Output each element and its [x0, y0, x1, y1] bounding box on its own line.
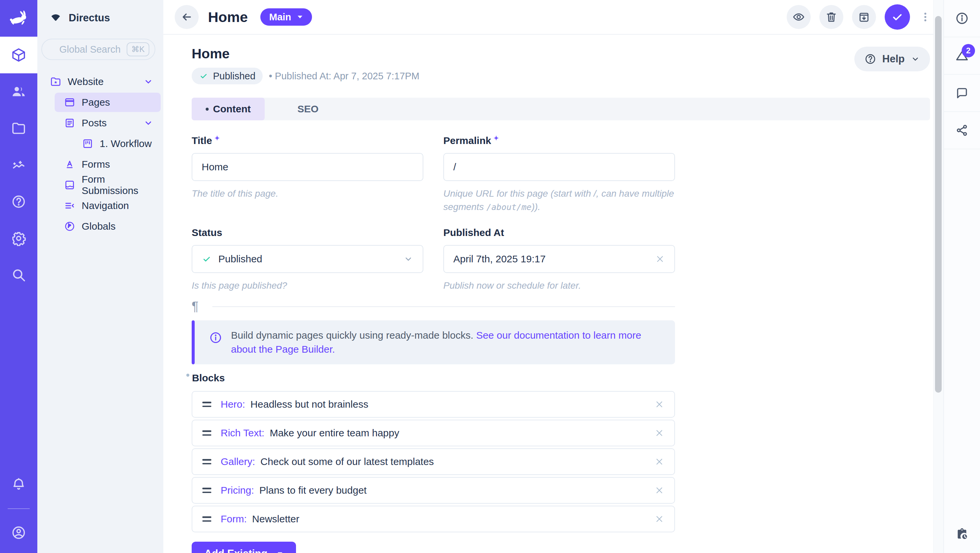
field-published-at: Published At April 7th, 2025 19:17 Publi…: [443, 227, 675, 292]
eye-icon: [792, 11, 805, 23]
delete-button[interactable]: [819, 5, 843, 29]
header-actions: [787, 4, 932, 30]
sidebar-item-navigation[interactable]: Navigation: [37, 195, 163, 216]
blocks-section-label: Blocks: [192, 372, 943, 384]
archive-button[interactable]: [852, 5, 876, 29]
sidebar-item-form-submissions[interactable]: Form Submissions: [37, 175, 163, 195]
sidebar-item-forms[interactable]: Forms: [37, 154, 163, 175]
module-content[interactable]: [0, 37, 37, 73]
sidebar-item-globals[interactable]: Globals: [37, 216, 163, 237]
item-content: Home Published • Published At: Apr 7, 20…: [163, 35, 943, 553]
close-icon[interactable]: [654, 514, 664, 524]
sidebar-item-workflow[interactable]: 1. Workflow: [37, 133, 163, 154]
project-wedge-icon: [50, 13, 61, 23]
close-icon[interactable]: [654, 399, 664, 409]
drag-handle-icon[interactable]: [202, 430, 212, 435]
archive-icon: [858, 11, 870, 23]
field-label: Permalink: [443, 134, 675, 146]
insights-icon: [11, 157, 26, 173]
sidebar-item-label: Posts: [82, 118, 107, 129]
inbox-icon: [64, 180, 75, 191]
blocks-label-text: Blocks: [192, 372, 225, 384]
module-insights[interactable]: [0, 147, 37, 183]
title-input[interactable]: [192, 153, 423, 181]
module-files[interactable]: [0, 110, 37, 147]
collection-nav: Website Pages Posts: [37, 72, 163, 237]
info-banner: Build dynamic pages quickly using ready-…: [192, 320, 675, 364]
close-icon[interactable]: [654, 457, 664, 467]
module-search[interactable]: [0, 257, 37, 293]
preview-button[interactable]: [787, 5, 811, 29]
add-existing-button[interactable]: Add Existing: [192, 542, 296, 553]
directus-logo[interactable]: [0, 0, 37, 37]
module-help[interactable]: [0, 183, 37, 220]
scrollbar-thumb[interactable]: [935, 16, 942, 393]
notifications-button[interactable]: [0, 466, 37, 503]
user-circle-icon: [11, 525, 26, 540]
globe-icon: [64, 221, 75, 232]
document-icon: [64, 118, 75, 129]
settings-icon: [11, 230, 26, 246]
global-search-input[interactable]: [59, 44, 123, 55]
search-icon: [11, 267, 26, 283]
info-drawer-button[interactable]: [943, 0, 980, 37]
folder-icon: [11, 121, 26, 136]
global-search[interactable]: ⌘K: [41, 39, 155, 60]
block-row-hero[interactable]: Hero: Headless but not brainless: [192, 391, 675, 418]
more-options-button[interactable]: [919, 8, 932, 26]
close-icon[interactable]: [654, 428, 664, 438]
rabbit-logo-icon: [8, 10, 30, 27]
field-label: Status: [192, 227, 423, 238]
back-button[interactable]: [175, 5, 199, 29]
permalink-input[interactable]: [443, 153, 675, 181]
drag-handle-icon[interactable]: [202, 459, 212, 464]
check-icon: [891, 10, 904, 24]
sidebar-item-label: Forms: [82, 159, 110, 170]
tab-bar: Content SEO: [192, 98, 930, 120]
shares-drawer-button[interactable]: [943, 112, 980, 149]
folder-star-icon: [50, 76, 61, 87]
version-badge[interactable]: Main: [260, 8, 312, 25]
browser-icon: [64, 97, 75, 108]
revisions-drawer-button[interactable]: 2: [943, 37, 980, 75]
drag-handle-icon[interactable]: [202, 402, 212, 407]
sidebar-item-website[interactable]: Website: [37, 72, 163, 92]
drag-handle-icon[interactable]: [202, 488, 212, 493]
sidebar-item-label: Form Submissions: [82, 174, 163, 196]
sidebar-item-pages[interactable]: Pages: [55, 93, 161, 112]
sidebar-item-posts[interactable]: Posts: [37, 113, 163, 133]
arrow-left-icon: [180, 11, 193, 23]
info-icon: [955, 11, 969, 25]
published-at-input[interactable]: April 7th, 2025 19:17: [443, 245, 675, 273]
close-icon[interactable]: [654, 485, 664, 495]
user-menu-button[interactable]: [0, 514, 37, 551]
field-note: The title of this page.: [192, 187, 423, 200]
comments-drawer-button[interactable]: [943, 75, 980, 112]
chevron-down-icon[interactable]: [143, 118, 153, 128]
status-select[interactable]: Published: [192, 245, 423, 273]
close-icon[interactable]: [655, 254, 665, 264]
tab-content[interactable]: Content: [192, 98, 265, 120]
flows-sidebar-button[interactable]: [943, 516, 980, 553]
block-row-rich-text[interactable]: Rich Text: Make your entire team happy: [192, 420, 675, 447]
field-note: Is this page published?: [192, 279, 423, 292]
module-users[interactable]: [0, 73, 37, 110]
right-sidebar: 2: [943, 0, 980, 553]
permalink-code: /about/me: [486, 202, 531, 212]
block-title: Check out some of our latest templates: [260, 456, 434, 467]
block-title: Make your entire team happy: [270, 427, 399, 439]
chevron-down-icon[interactable]: [143, 77, 153, 87]
tab-label: Content: [213, 103, 251, 114]
module-settings[interactable]: [0, 220, 37, 257]
drag-handle-icon[interactable]: [202, 516, 212, 522]
sidebar-item-label: Website: [68, 76, 103, 87]
block-row-pricing[interactable]: Pricing: Plans to fit every budget: [192, 477, 675, 504]
block-row-gallery[interactable]: Gallery: Check out some of our latest te…: [192, 448, 675, 475]
project-header[interactable]: Directus: [37, 0, 163, 36]
kebab-icon: [920, 10, 931, 24]
comment-icon: [955, 86, 969, 100]
tab-seo[interactable]: SEO: [298, 103, 318, 114]
block-row-form[interactable]: Form: Newsletter: [192, 506, 675, 532]
field-label: Published At: [443, 227, 675, 238]
save-button[interactable]: [885, 4, 910, 30]
